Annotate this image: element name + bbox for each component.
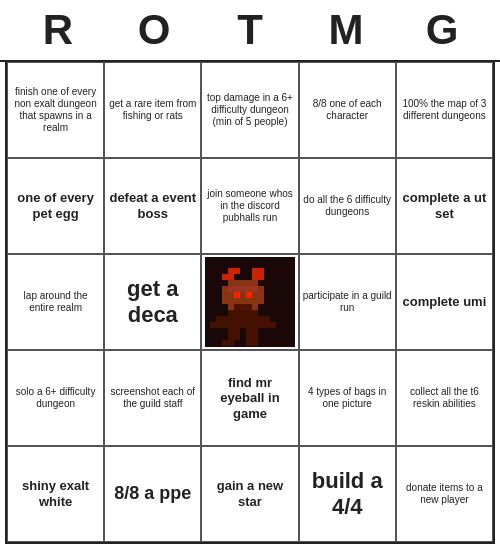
cell-text-7: join someone whos in the discord pubhall… [205,188,294,224]
bingo-cell-6: defeat a event boss [104,158,201,254]
bingo-cell-18: 4 types of bags in one picture [299,350,396,446]
header-g: G [397,6,487,54]
cell-text-6: defeat a event boss [108,190,197,221]
header-t: T [205,6,295,54]
bingo-grid: finish one of every non exalt dungeon th… [5,62,495,544]
bingo-cell-13: participate in a guild run [299,254,396,350]
bingo-cell-0: finish one of every non exalt dungeon th… [7,62,104,158]
cell-text-22: gain a new star [205,478,294,509]
bingo-cell-20: shiny exalt white [7,446,104,542]
cell-text-23: build a 4/4 [303,468,392,521]
bingo-cell-8: do all the 6 difficulty dungeons [299,158,396,254]
bingo-cell-17: find mr eyeball in game [201,350,298,446]
cell-text-20: shiny exalt white [11,478,100,509]
cell-text-0: finish one of every non exalt dungeon th… [11,86,100,134]
bingo-cell-16: screenshot each of the guild staff [104,350,201,446]
bingo-cell-24: donate items to a new player [396,446,493,542]
cell-text-5: one of every pet egg [11,190,100,221]
bingo-cell-2: top damage in a 6+ difficulty dungeon (m… [201,62,298,158]
cell-text-13: participate in a guild run [303,290,392,314]
cell-text-2: top damage in a 6+ difficulty dungeon (m… [205,92,294,128]
cell-text-15: solo a 6+ difficulty dungeon [11,386,100,410]
cell-text-17: find mr eyeball in game [205,375,294,422]
cell-text-11: get a deca [108,276,197,329]
bingo-cell-19: collect all the t6 reskin abilities [396,350,493,446]
cell-text-4: 100% the map of 3 different dungeons [400,98,489,122]
bingo-cell-11: get a deca [104,254,201,350]
cell-text-24: donate items to a new player [400,482,489,506]
bingo-cell-21: 8/8 a ppe [104,446,201,542]
bingo-cell-9: complete a ut set [396,158,493,254]
bingo-cell-15: solo a 6+ difficulty dungeon [7,350,104,446]
cell-text-1: get a rare item from fishing or rats [108,98,197,122]
bingo-cell-5: one of every pet egg [7,158,104,254]
bingo-cell-23: build a 4/4 [299,446,396,542]
header-o: O [109,6,199,54]
cell-text-8: do all the 6 difficulty dungeons [303,194,392,218]
bingo-cell-14: complete umi [396,254,493,350]
header-r: R [13,6,103,54]
cell-text-9: complete a ut set [400,190,489,221]
bingo-cell-7: join someone whos in the discord pubhall… [201,158,298,254]
bingo-cell-12 [201,254,298,350]
cell-text-21: 8/8 a ppe [114,483,191,505]
bingo-cell-1: get a rare item from fishing or rats [104,62,201,158]
bingo-cell-3: 8/8 one of each character [299,62,396,158]
cell-text-16: screenshot each of the guild staff [108,386,197,410]
bingo-cell-22: gain a new star [201,446,298,542]
monster-image [205,257,295,347]
cell-text-10: lap around the entire realm [11,290,100,314]
header-m: M [301,6,391,54]
bingo-cell-10: lap around the entire realm [7,254,104,350]
cell-text-19: collect all the t6 reskin abilities [400,386,489,410]
cell-text-3: 8/8 one of each character [303,98,392,122]
cell-text-14: complete umi [402,294,486,310]
cell-text-18: 4 types of bags in one picture [303,386,392,410]
bingo-header: R O T M G [0,0,500,62]
bingo-cell-4: 100% the map of 3 different dungeons [396,62,493,158]
